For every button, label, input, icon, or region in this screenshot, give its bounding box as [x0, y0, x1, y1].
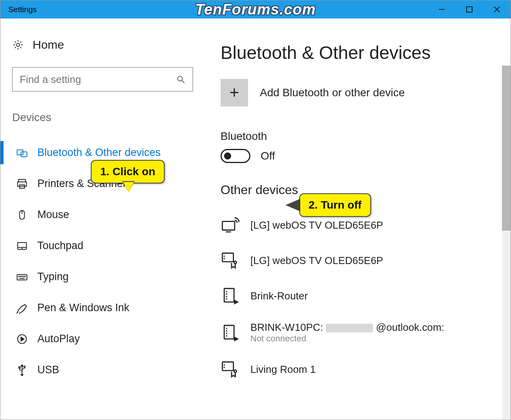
sidebar-section-label: Devices	[12, 111, 193, 124]
generic-device-icon	[221, 323, 240, 343]
device-name: [LG] webOS TV OLED65E6P	[250, 255, 383, 267]
touchpad-icon	[16, 240, 28, 252]
tv-cast-icon	[221, 215, 240, 235]
plus-icon: +	[221, 79, 248, 106]
svg-point-5	[178, 76, 182, 81]
sidebar-item-pen[interactable]: Pen & Windows Ink	[12, 292, 193, 323]
svg-rect-1	[467, 7, 472, 12]
sidebar-item-touchpad[interactable]: Touchpad	[12, 230, 193, 261]
add-device-label: Add Bluetooth or other device	[260, 86, 405, 99]
device-item[interactable]: Brink-Router	[221, 278, 499, 314]
svg-marker-37	[234, 299, 239, 304]
svg-rect-38	[224, 325, 234, 339]
media-device-icon	[221, 251, 240, 270]
scrollbar[interactable]	[502, 66, 511, 420]
device-item[interactable]: [LG] webOS TV OLED65E6P	[221, 243, 499, 278]
svg-marker-40	[234, 336, 239, 341]
device-item[interactable]: BRINK-W10PC: @outlook.com: Not connected	[221, 314, 499, 352]
minimize-button[interactable]	[428, 0, 456, 18]
sidebar-item-label: USB	[37, 364, 59, 376]
svg-point-4	[17, 43, 20, 46]
usb-icon	[16, 364, 28, 376]
sidebar-item-label: AutoPlay	[37, 333, 80, 345]
bluetooth-toggle-row: Off	[221, 149, 499, 163]
main-content: Bluetooth & Other devices + Add Bluetoot…	[205, 18, 511, 420]
callout-tail	[287, 200, 301, 211]
svg-marker-24	[21, 337, 24, 341]
svg-point-18	[19, 276, 20, 277]
home-link[interactable]: Home	[12, 38, 193, 51]
svg-rect-27	[19, 367, 20, 368]
window-body: Home Devices Bluetooth & Other devices	[0, 18, 511, 420]
svg-point-28	[24, 366, 25, 367]
bluetooth-toggle[interactable]	[221, 149, 250, 163]
sidebar-item-label: Typing	[37, 271, 69, 283]
svg-point-21	[25, 276, 26, 277]
search-input[interactable]	[20, 73, 176, 86]
mouse-icon	[16, 209, 28, 221]
svg-rect-41	[222, 362, 233, 370]
sidebar-item-usb[interactable]: USB	[12, 354, 193, 385]
svg-point-26	[21, 365, 23, 366]
media-device-icon	[221, 359, 240, 379]
sidebar-item-mouse[interactable]: Mouse	[12, 199, 193, 230]
window-title: Settings	[0, 5, 37, 14]
svg-rect-7	[17, 150, 23, 155]
bluetooth-devices-icon	[16, 147, 28, 159]
svg-rect-32	[222, 253, 233, 262]
toggle-knob	[224, 152, 231, 160]
svg-marker-29	[21, 374, 23, 376]
window-controls	[428, 0, 511, 18]
annotation-text: 1. Click on	[100, 165, 155, 178]
pen-icon	[16, 302, 28, 314]
svg-rect-35	[224, 288, 234, 302]
device-status: Not connected	[250, 334, 444, 344]
svg-rect-8	[21, 152, 27, 157]
svg-rect-30	[222, 222, 235, 230]
sidebar-item-label: Pen & Windows Ink	[37, 302, 129, 314]
annotation-callout-1: 1. Click on	[91, 160, 165, 183]
callout-tail	[123, 182, 134, 192]
svg-point-20	[23, 276, 24, 277]
device-item[interactable]: Living Room 1	[221, 352, 499, 387]
sidebar-item-label: Bluetooth & Other devices	[37, 147, 161, 159]
device-name-suffix: @outlook.com:	[376, 321, 444, 333]
annotation-callout-2: 2. Turn off	[299, 193, 371, 217]
sidebar: Home Devices Bluetooth & Other devices	[0, 18, 205, 420]
svg-point-43	[234, 370, 236, 372]
sidebar-item-typing[interactable]: Typing	[12, 261, 193, 292]
titlebar: Settings TenForums.com	[0, 0, 511, 18]
svg-point-34	[234, 261, 236, 264]
search-box[interactable]	[12, 67, 193, 92]
generic-device-icon	[221, 286, 240, 306]
sidebar-item-autoplay[interactable]: AutoPlay	[12, 323, 193, 354]
search-icon	[176, 75, 186, 84]
svg-rect-17	[17, 274, 27, 280]
sidebar-item-label: Touchpad	[37, 240, 83, 252]
add-device-button[interactable]: + Add Bluetooth or other device	[221, 79, 499, 106]
bluetooth-label: Bluetooth	[221, 130, 499, 143]
close-button[interactable]	[483, 0, 511, 18]
svg-line-6	[182, 81, 184, 83]
gear-icon	[12, 39, 24, 51]
device-name: BRINK-W10PC: @outlook.com:	[250, 321, 444, 334]
scrollbar-thumb[interactable]	[502, 66, 511, 231]
annotation-text: 2. Turn off	[309, 199, 362, 211]
autoplay-icon	[16, 333, 28, 345]
device-name: [LG] webOS TV OLED65E6P	[250, 219, 383, 231]
svg-rect-10	[18, 182, 27, 186]
page-title: Bluetooth & Other devices	[221, 42, 499, 63]
svg-point-19	[21, 276, 22, 277]
settings-window: Settings TenForums.com	[0, 0, 511, 420]
sidebar-item-label: Mouse	[37, 209, 69, 221]
device-name-prefix: BRINK-W10PC:	[250, 321, 323, 333]
bluetooth-toggle-state: Off	[261, 150, 275, 162]
printer-icon	[16, 178, 28, 190]
maximize-button[interactable]	[456, 0, 483, 18]
watermark-text: TenForums.com	[195, 1, 316, 18]
device-name: Living Room 1	[250, 363, 316, 376]
redacted-text	[326, 324, 373, 332]
device-name: Brink-Router	[250, 290, 308, 302]
home-label: Home	[33, 38, 64, 51]
keyboard-icon	[16, 271, 28, 283]
